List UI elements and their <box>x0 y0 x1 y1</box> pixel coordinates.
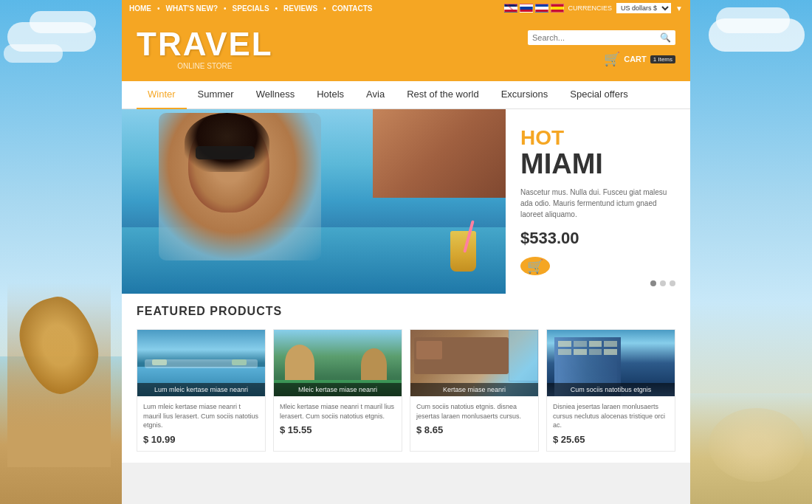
product-1-body: Lum mleic kertase miase neanri t mauril … <box>137 396 265 451</box>
product-2-price: $ 15.55 <box>280 424 396 435</box>
sep-4: • <box>323 4 326 13</box>
nav-contacts[interactable]: CONTACTS <box>332 4 373 13</box>
product-card-2[interactable]: Mleic kertase miase neanri Mleic kertase… <box>273 329 402 452</box>
featured-products-section: FEATURED PRODUCTS Lum mleic kertase mias… <box>122 294 690 463</box>
nav-summer[interactable]: Summer <box>187 81 245 109</box>
product-2-body: Mleic kertase miase neanri t mauril lius… <box>274 396 402 441</box>
nav-wellness[interactable]: Wellness <box>245 81 306 109</box>
pillow <box>416 341 442 359</box>
hero-person-area <box>137 113 343 283</box>
flag-en[interactable] <box>504 4 517 13</box>
product-1-desc: Lum mleic kertase miase neanri t mauril … <box>143 402 259 430</box>
hero-description: Nascetur mus. Nulla dui. Fusceu giat mal… <box>520 187 675 220</box>
product-1-label: Lum mleic kertase miase neanri <box>137 383 265 396</box>
product-4-desc: Disniea jesertas laraen monlusaerts curs… <box>553 402 669 430</box>
product-2-label: Mleic kertase miase neanri <box>274 383 402 396</box>
nav-avia[interactable]: Avia <box>355 81 396 109</box>
nav-rest-of-world[interactable]: Rest of the world <box>396 81 490 109</box>
product-4-label: Cum sociis natotibus etgnis <box>547 383 675 396</box>
product-3-body: Cum sociis natotius etgnis. disnea jeser… <box>410 396 538 441</box>
search-input[interactable] <box>532 33 660 42</box>
cart-icon: 🛒 <box>604 51 620 67</box>
slider-dot-2[interactable] <box>660 280 666 286</box>
product-1-price: $ 10.99 <box>143 434 259 445</box>
flag-es[interactable] <box>551 4 564 13</box>
hero-title: MIAMI <box>520 150 675 178</box>
nav-home[interactable]: HOME <box>129 4 151 13</box>
hero-drink <box>450 231 476 272</box>
hut-roof-1 <box>285 345 314 382</box>
person-hair <box>185 113 269 172</box>
flag-de[interactable] <box>535 4 548 13</box>
cloud-right-2 <box>716 7 790 33</box>
product-card-3[interactable]: Kertase miase neanri Cum sociis natotius… <box>410 329 539 452</box>
site-header: TRAVEL ONLINE STORE 🔍 🛒 CART 1 Items <box>122 16 690 81</box>
language-flags <box>504 4 564 13</box>
site-tagline: ONLINE STORE <box>137 62 273 70</box>
product-3-price: $ 8.65 <box>416 424 532 435</box>
logo-area: TRAVEL ONLINE STORE <box>137 28 273 70</box>
cart-add-icon: 🛒 <box>527 258 543 275</box>
hut-roof-2 <box>361 348 387 382</box>
shell-right <box>709 408 805 482</box>
nav-winter[interactable]: Winter <box>137 81 187 109</box>
cloud-left-3 <box>4 44 63 63</box>
product-image-3: Kertase miase neanri <box>410 330 538 396</box>
cart-badge: 1 Items <box>650 55 675 63</box>
products-grid: Lum mleic kertase miase neanri Lum mleic… <box>137 329 675 452</box>
nav-reviews[interactable]: REVIEWS <box>283 4 317 13</box>
nav-whats-new[interactable]: WHAT'S NEW? <box>166 4 219 13</box>
header-right: 🔍 🛒 CART 1 Items <box>528 30 675 67</box>
cart-area[interactable]: 🛒 CART 1 Items <box>604 51 675 67</box>
search-button[interactable]: 🔍 <box>660 32 671 43</box>
product-card-4[interactable]: Cum sociis natotibus etgnis Disniea jese… <box>546 329 675 452</box>
slider-dot-3[interactable] <box>670 280 675 286</box>
site-logo[interactable]: TRAVEL <box>137 28 273 61</box>
sep-3: • <box>275 4 278 13</box>
nav-excursions[interactable]: Excursions <box>490 81 560 109</box>
hero-banner: HOT MIAMI Nascetur mus. Nulla dui. Fusce… <box>122 109 690 294</box>
product-image-2: Mleic kertase miase neanri <box>274 330 402 396</box>
hero-price: $533.00 <box>520 229 675 248</box>
lounger-2 <box>232 359 247 365</box>
hotel-windows <box>558 341 617 355</box>
nav-specials[interactable]: SPECIALS <box>233 4 269 13</box>
starfish-area <box>7 283 111 467</box>
product-4-body: Disniea jesertas laraen monlusaerts curs… <box>547 396 675 451</box>
product-2-desc: Mleic kertase miase neanri t mauril lius… <box>280 402 396 421</box>
cloud-left-2 <box>30 11 96 33</box>
sep-1: • <box>157 4 160 13</box>
product-image-1: Lum mleic kertase miase neanri <box>137 330 265 396</box>
lounger-1 <box>152 359 167 365</box>
currency-select[interactable]: US dollars $ <box>616 3 671 13</box>
nav-special-offers[interactable]: Special offers <box>559 81 639 109</box>
product-card-1[interactable]: Lum mleic kertase miase neanri Lum mleic… <box>137 329 266 452</box>
slider-dots <box>650 280 675 286</box>
product-3-desc: Cum sociis natotius etgnis. disnea jeser… <box>416 402 532 421</box>
slider-dot-1[interactable] <box>650 280 656 286</box>
sep-2: • <box>224 4 227 13</box>
hero-info-panel: HOT MIAMI Nascetur mus. Nulla dui. Fusce… <box>506 109 690 294</box>
search-bar: 🔍 <box>528 30 675 45</box>
top-bar-right: CURRENCIES US dollars $ ▼ <box>504 3 683 13</box>
product-4-price: $ 25.65 <box>553 434 669 445</box>
hero-add-to-cart-button[interactable]: 🛒 <box>520 257 550 275</box>
hero-subtitle: HOT <box>520 128 675 148</box>
starfish-decoration <box>11 289 107 401</box>
main-wrapper: HOME • WHAT'S NEW? • SPECIALS • REVIEWS … <box>122 0 690 504</box>
top-bar: HOME • WHAT'S NEW? • SPECIALS • REVIEWS … <box>122 0 690 16</box>
hero-building <box>373 109 506 198</box>
nav-menu: Winter Summer Wellness Hotels Avia Rest … <box>122 81 690 109</box>
cart-label: CART <box>624 55 647 63</box>
window <box>509 330 538 382</box>
nav-hotels[interactable]: Hotels <box>306 81 355 109</box>
hero-image <box>122 109 506 294</box>
person-sunglasses <box>196 146 255 159</box>
search-icon: 🔍 <box>660 32 671 43</box>
product-3-label: Kertase miase neanri <box>410 383 538 396</box>
top-nav: HOME • WHAT'S NEW? • SPECIALS • REVIEWS … <box>129 4 373 13</box>
currencies-label: CURRENCIES <box>568 4 613 12</box>
featured-products-title: FEATURED PRODUCTS <box>137 305 675 318</box>
product-image-4: Cum sociis natotibus etgnis <box>547 330 675 396</box>
flag-ru[interactable] <box>520 4 533 13</box>
